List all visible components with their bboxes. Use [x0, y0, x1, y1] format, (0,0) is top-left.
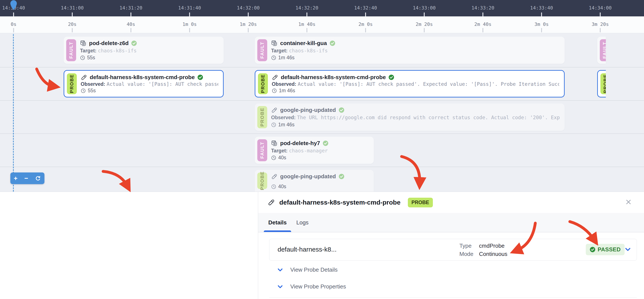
relative-time-label: 1m 20s: [240, 21, 257, 27]
check-circle-icon: [330, 40, 335, 46]
passed-status-badge: PASSED: [586, 244, 624, 255]
test-tube-icon: [271, 173, 278, 180]
event-title: container-kill-gua: [280, 40, 327, 46]
clock-icon: [80, 55, 85, 60]
event-duration: 40s: [278, 184, 286, 190]
type-label: Type: [460, 243, 474, 249]
fault-icon: [271, 140, 278, 147]
view-probe-details-row[interactable]: View Probe Details: [277, 267, 338, 273]
event-duration: 40s: [278, 155, 286, 161]
playhead-pin-icon[interactable]: [10, 0, 17, 10]
test-tube-icon: [272, 74, 278, 81]
tick-mark: [130, 12, 131, 16]
timestamp-label: 14:31:00: [61, 5, 84, 10]
tick-mark: [306, 12, 307, 16]
close-button[interactable]: [624, 198, 633, 207]
tick-mark: [72, 28, 73, 32]
timestamp-label: 14:32:40: [354, 5, 377, 10]
relative-time-label: 20s: [68, 21, 76, 27]
timestamp-label: 14:33:20: [472, 5, 494, 10]
timestamp-label: 14:31:40: [178, 5, 201, 10]
probe-badge: PROBE: [258, 73, 268, 94]
tick-mark: [13, 28, 14, 32]
check-circle-icon: [388, 74, 394, 80]
lane-separator: [0, 133, 644, 134]
probe-short-name: default-harness-k8...: [278, 246, 336, 253]
reset-zoom-button[interactable]: [35, 175, 41, 181]
probe-card-cmd-probe-1[interactable]: PROBE default-harness-k8s-system-cmd-pro…: [64, 70, 224, 97]
fault-badge: FAULT: [600, 39, 606, 61]
check-circle-icon: [197, 74, 203, 80]
probe-card-google-ping-2[interactable]: PROBE google-ping-updated Observed: The …: [255, 170, 374, 192]
relative-time-label: 2m 0s: [358, 21, 373, 27]
target-label: Target:: [80, 48, 96, 53]
event-title: google-ping-updated: [280, 173, 336, 180]
playhead-line[interactable]: [13, 8, 14, 192]
event-title: google-ping-updated: [280, 107, 336, 113]
probe-card-clipped[interactable]: PROBE: [597, 70, 606, 97]
relative-time-label: 40s: [126, 21, 135, 27]
divider: [269, 298, 637, 298]
tick-mark: [424, 28, 425, 32]
clock-icon: [271, 55, 276, 60]
event-duration: 55s: [87, 55, 95, 61]
tick-mark: [541, 28, 542, 32]
tick-mark: [600, 28, 601, 32]
tick-mark: [365, 12, 366, 16]
fault-card-pod-delete-z6d[interactable]: FAULT pod-delete-z6d Target: chaos-k8s-i…: [64, 37, 224, 64]
expand-probe-button[interactable]: [624, 246, 631, 254]
mode-value: Continuous: [479, 251, 508, 257]
check-circle-icon: [338, 107, 344, 113]
check-circle-icon: [323, 140, 328, 146]
observed-value: The URL https://google.com did respond w…: [297, 115, 560, 120]
probe-summary-panel: Probe: default-harness-k8s-system-cmd-pr…: [0, 192, 258, 299]
fault-card-pod-delete-hy7[interactable]: FAULT pod-delete-hy7 Target: chaos-manag…: [255, 137, 374, 164]
target-label: Target:: [271, 48, 288, 53]
probe-card-cmd-probe-2[interactable]: PROBE default-harness-k8s-system-cmd-pro…: [255, 70, 565, 97]
probe-badge: PROBE: [600, 73, 606, 94]
observed-label: Observed:: [272, 81, 296, 87]
lane-separator: [0, 100, 644, 101]
probe-card-google-ping-1[interactable]: PROBE google-ping-updated Observed: The …: [255, 103, 565, 131]
relative-time-label: 1m 0s: [182, 21, 197, 27]
absolute-time-bar: 14:30:4014:31:0014:31:2014:31:4014:32:00…: [0, 0, 644, 16]
observed-label: Observed:: [271, 115, 296, 120]
tab-details[interactable]: Details: [268, 213, 287, 232]
lane-separator: [0, 167, 644, 167]
timeline-zoom-controls: + −: [10, 172, 44, 184]
fault-icon: [80, 40, 86, 46]
tick-mark: [482, 28, 483, 32]
tick-mark: [541, 12, 542, 16]
zoom-in-button[interactable]: +: [14, 175, 18, 182]
target-label: Target:: [271, 148, 288, 153]
fault-card-container-kill-gua[interactable]: FAULT container-kill-gua Target: chaos-k…: [255, 37, 565, 64]
event-duration: 1m 46s: [279, 88, 295, 94]
check-circle-icon: [590, 247, 596, 253]
tab-logs[interactable]: Logs: [296, 213, 308, 232]
relative-time-ruler: 0s20s40s1m 0s1m 20s1m 40s2m 0s2m 20s2m 4…: [0, 16, 644, 33]
relative-time-label: 3m 0s: [534, 21, 549, 27]
lane-separator: [0, 67, 644, 67]
probe-badge: PROBE: [67, 73, 77, 94]
tick-mark: [424, 12, 425, 16]
view-probe-properties-row[interactable]: View Probe Properties: [277, 283, 346, 290]
clock-icon: [271, 184, 276, 189]
test-tube-icon: [268, 199, 275, 206]
fault-card-clipped[interactable]: FAULT: [597, 37, 606, 64]
zoom-out-button[interactable]: −: [24, 175, 28, 182]
event-title: default-harness-k8s-system-cmd-probe: [90, 74, 195, 81]
event-title: pod-delete-z6d: [89, 40, 128, 46]
relative-time-label: 2m 40s: [474, 21, 491, 27]
probe-details-panel: default-harness-k8s-system-cmd-probe PRO…: [258, 192, 644, 299]
timestamp-label: 14:32:20: [296, 5, 318, 10]
target-value: chaos-k8s-ifs: [289, 48, 328, 53]
event-title: default-harness-k8s-system-cmd-probe: [281, 74, 386, 81]
clock-icon: [271, 155, 276, 160]
tick-mark: [482, 12, 483, 16]
close-icon: [625, 198, 632, 206]
fault-icon: [271, 40, 278, 46]
probe-details-card: default-harness-k8... Type cmdProbe Mode…: [269, 239, 637, 261]
relative-time-label: 1m 40s: [298, 21, 315, 27]
tick-mark: [189, 12, 190, 16]
tick-mark: [306, 28, 307, 32]
